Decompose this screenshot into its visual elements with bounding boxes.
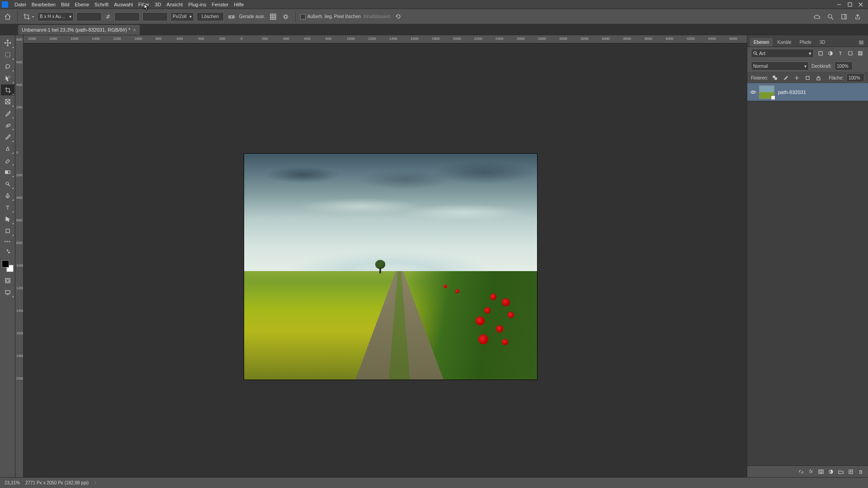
crop-tool[interactable]: [1, 84, 14, 95]
layer-name[interactable]: path-832031: [778, 89, 806, 95]
viewport[interactable]: [24, 43, 747, 477]
filter-adjust-icon[interactable]: [826, 49, 835, 57]
svg-rect-15: [842, 14, 846, 19]
search-icon[interactable]: [826, 12, 835, 22]
cloud-docs-icon[interactable]: [812, 12, 822, 22]
frame-tool[interactable]: [1, 96, 14, 107]
gradient-tool[interactable]: [1, 167, 14, 178]
crop-unit-dropdown[interactable]: Px/Zoll▾: [170, 12, 194, 21]
document-tab[interactable]: Unbenannt-1 bei 23,3% (path-832031, RGB/…: [18, 25, 140, 35]
quick-select-tool[interactable]: [1, 73, 14, 84]
brush-tool[interactable]: [1, 131, 14, 142]
move-tool[interactable]: [1, 38, 14, 48]
filter-pixel-icon[interactable]: [816, 49, 825, 57]
fill-field[interactable]: 100%: [846, 73, 864, 82]
crop-height-field[interactable]: [114, 12, 140, 21]
share-icon[interactable]: [853, 12, 863, 22]
vertical-ruler[interactable]: 800 600 400 200 0 200 400 600 800 1000 1…: [15, 35, 24, 477]
swap-dimensions-button[interactable]: [104, 13, 112, 20]
crop-resolution-field[interactable]: [142, 12, 168, 21]
layer-mask-icon[interactable]: [817, 468, 825, 475]
pen-tool[interactable]: [1, 190, 14, 201]
svg-line-28: [8, 184, 10, 186]
crop-preset-dropdown[interactable]: B x H x Au… ▾: [38, 12, 74, 21]
filter-shape-icon[interactable]: [846, 49, 854, 57]
window-minimize-button[interactable]: [834, 0, 844, 9]
swap-fgbg-icon[interactable]: [1, 246, 14, 257]
menu-plugins[interactable]: Plug-ins: [185, 0, 209, 9]
dodge-tool[interactable]: [1, 178, 14, 189]
layer-visibility-icon[interactable]: [747, 90, 759, 94]
marquee-tool[interactable]: [1, 49, 14, 60]
lock-all-icon[interactable]: [814, 74, 822, 82]
crop-settings-icon[interactable]: [281, 12, 291, 22]
window-maximize-button[interactable]: [844, 0, 855, 9]
eyedropper-tool[interactable]: [1, 108, 14, 119]
lock-pixels-icon[interactable]: [782, 74, 790, 82]
opacity-field[interactable]: 100%: [835, 61, 853, 70]
workspace-icon[interactable]: [839, 12, 849, 22]
tab-ebenen[interactable]: Ebenen: [750, 38, 773, 47]
path-select-tool[interactable]: [1, 214, 14, 225]
hruler-tick: 1000: [134, 37, 142, 41]
adjustment-layer-icon[interactable]: [827, 468, 835, 475]
menu-fenster[interactable]: Fenster: [209, 0, 231, 9]
foreground-color-swatch[interactable]: [2, 260, 9, 267]
crop-tool-icon[interactable]: [22, 12, 35, 22]
menu-bar: Datei Bearbeiten Bild Ebene Schrift Ausw…: [0, 0, 868, 9]
menu-auswahl[interactable]: Auswahl: [111, 0, 136, 9]
blend-mode-dropdown[interactable]: Normal▾: [751, 61, 809, 70]
layer-thumbnail[interactable]: [759, 85, 774, 99]
status-zoom[interactable]: 23,31%: [5, 480, 20, 485]
document-tab-close-icon[interactable]: ×: [133, 27, 136, 33]
lock-artboard-icon[interactable]: [803, 74, 811, 82]
layer-filter-dropdown[interactable]: Art ▾: [751, 49, 814, 58]
quickmask-tool[interactable]: [1, 275, 14, 286]
lasso-tool[interactable]: [1, 61, 14, 72]
more-tools-icon[interactable]: •••: [0, 239, 15, 244]
filter-type-icon[interactable]: [836, 49, 844, 57]
screenmode-tool[interactable]: [1, 287, 14, 298]
panel-menu-icon[interactable]: [857, 38, 865, 47]
menu-hilfe[interactable]: Hilfe: [231, 0, 246, 9]
eraser-tool[interactable]: [1, 155, 14, 166]
layer-group-icon[interactable]: [837, 468, 844, 475]
layer-fx-icon[interactable]: fx: [807, 468, 815, 475]
straighten-icon[interactable]: [226, 12, 236, 22]
menu-bild[interactable]: Bild: [58, 0, 72, 9]
status-dimensions[interactable]: 2771 Px x 2050 Px (182,88 ppi): [25, 480, 89, 485]
color-swatches[interactable]: [2, 260, 14, 272]
shape-tool[interactable]: [1, 225, 14, 236]
delete-layer-icon[interactable]: [857, 468, 864, 475]
hruler-tick: 3000: [559, 37, 567, 41]
tab-kanaele[interactable]: Kanäle: [774, 38, 795, 47]
home-button[interactable]: [3, 12, 13, 22]
new-layer-icon[interactable]: [847, 468, 854, 475]
layer-list: path-832031: [747, 83, 868, 465]
clone-stamp-tool[interactable]: [1, 143, 14, 154]
menu-3d[interactable]: 3D: [152, 0, 164, 9]
status-arrow-icon[interactable]: 〉: [94, 480, 99, 486]
menu-ansicht[interactable]: Ansicht: [164, 0, 185, 9]
menu-ebene[interactable]: Ebene: [72, 0, 92, 9]
delete-cropped-checkbox[interactable]: Außerh. lieg. Pixel löschen: [300, 12, 361, 22]
horizontal-ruler[interactable]: 2000180016001400120010008006004002000200…: [24, 35, 747, 43]
lock-transparency-icon[interactable]: [771, 74, 779, 82]
reset-crop-icon[interactable]: [393, 12, 403, 22]
healing-brush-tool[interactable]: [1, 120, 14, 131]
crop-width-field[interactable]: [76, 12, 102, 21]
menu-bearbeiten[interactable]: Bearbeiten: [29, 0, 58, 9]
filter-smart-icon[interactable]: [856, 49, 864, 57]
crop-clear-button[interactable]: Löschen: [197, 12, 224, 21]
layer-item[interactable]: path-832031: [747, 83, 868, 101]
window-close-button[interactable]: [855, 0, 866, 9]
type-tool[interactable]: [1, 202, 14, 213]
link-layers-icon[interactable]: [797, 468, 805, 475]
menu-datei[interactable]: Datei: [12, 0, 29, 9]
tab-pfade[interactable]: Pfade: [796, 38, 815, 47]
tab-3d[interactable]: 3D: [816, 38, 829, 47]
lock-position-icon[interactable]: [793, 74, 801, 82]
crop-overlay-icon[interactable]: [268, 12, 278, 22]
menu-schrift[interactable]: Schrift: [92, 0, 111, 9]
canvas-image[interactable]: [244, 154, 537, 380]
